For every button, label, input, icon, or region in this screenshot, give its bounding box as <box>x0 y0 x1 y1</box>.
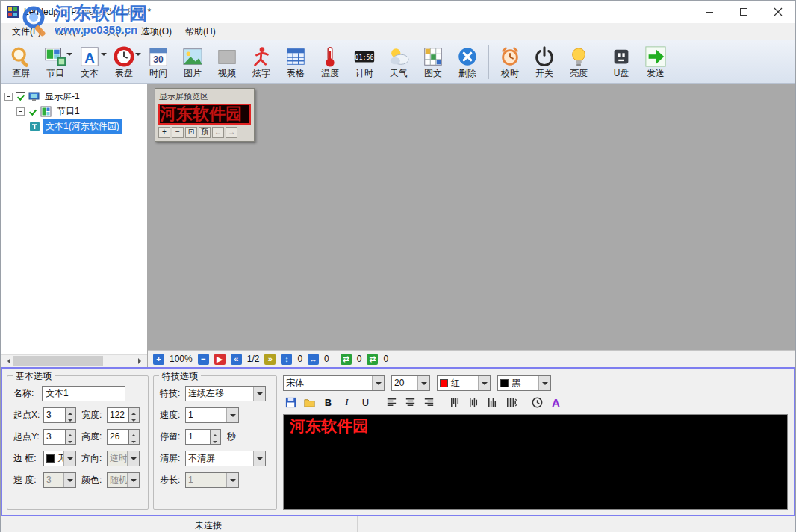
text-dropdown-icon[interactable] <box>101 53 107 59</box>
left-shift-icon[interactable]: ⇄ <box>341 354 352 365</box>
font-family-select[interactable]: 宋体 <box>283 375 385 391</box>
spin-down-icon[interactable] <box>129 416 139 423</box>
vertical-offset-icon[interactable]: ↕ <box>281 354 292 365</box>
effect-speed-select[interactable]: 1 <box>185 407 239 423</box>
menu-file[interactable]: 文件(F) <box>5 24 48 40</box>
direction-select[interactable]: 逆时 <box>107 451 140 466</box>
screen-checkbox[interactable] <box>16 92 25 101</box>
spin-up-icon[interactable] <box>66 430 75 437</box>
align-center-button[interactable] <box>402 395 418 410</box>
valign-bottom-button[interactable] <box>485 395 500 410</box>
spin-up-icon[interactable] <box>211 430 220 437</box>
preview-prev-button[interactable]: ← <box>212 127 224 138</box>
maximize-button[interactable] <box>727 1 761 23</box>
valign-stretch-button[interactable] <box>503 395 519 410</box>
open-button[interactable] <box>302 395 317 410</box>
clear-screen-select[interactable]: 不清屏 <box>185 451 266 466</box>
tree-item-label[interactable]: 显示屏-1 <box>43 90 82 104</box>
toolbar-button-check-screen[interactable]: 查屏 <box>4 42 38 82</box>
preview-zoom-out-button[interactable]: − <box>172 127 184 138</box>
toolbar-button-send[interactable]: 发送 <box>638 42 673 82</box>
toolbar-button-brightness[interactable]: 亮度 <box>562 42 596 82</box>
chevron-down-icon[interactable] <box>226 408 238 422</box>
spin-down-icon[interactable] <box>66 437 75 445</box>
text-color-select[interactable]: 红 <box>437 375 491 391</box>
preview-fit-button[interactable]: ⊡ <box>185 127 197 138</box>
preview-next-button[interactable]: → <box>226 127 237 138</box>
menu-edit[interactable]: 编辑(E) <box>48 24 91 40</box>
spin-up-icon[interactable] <box>66 408 75 416</box>
toolbar-button-fancy-text[interactable]: 炫字 <box>244 42 279 82</box>
toolbar-button-picture[interactable]: 图片 <box>175 42 210 82</box>
bold-button[interactable]: B <box>320 395 336 410</box>
save-button[interactable] <box>283 395 299 410</box>
collapse-icon[interactable] <box>4 93 13 101</box>
border-select[interactable]: 无 <box>43 451 76 466</box>
height-stepper[interactable]: 26 <box>107 429 140 445</box>
underline-button[interactable]: U <box>358 395 373 410</box>
menu-help[interactable]: 帮助(H) <box>178 24 223 40</box>
font-color-button[interactable]: A <box>548 395 564 410</box>
dial-dropdown-icon[interactable] <box>135 53 141 59</box>
chevron-down-icon[interactable] <box>226 473 238 487</box>
effect-select[interactable]: 连续左移 <box>185 386 266 401</box>
right-shift-icon[interactable]: ⇄ <box>367 354 378 365</box>
tree-item-text[interactable]: 文本1(河东软件园) <box>1 119 147 134</box>
step-select[interactable]: 1 <box>185 472 239 488</box>
preview-float-window[interactable]: 显示屏预览区 河东软件园 + − ⊡ 预 ← → <box>155 88 255 142</box>
chevron-down-icon[interactable] <box>538 376 550 390</box>
tree-item-program[interactable]: 节目1 <box>1 104 147 119</box>
width-stepper[interactable]: 122 <box>107 407 140 423</box>
tree-horizontal-scrollbar[interactable] <box>1 354 147 367</box>
chevron-down-icon[interactable] <box>127 473 139 487</box>
toolbar-button-time[interactable]: 30 时间 <box>141 42 175 82</box>
toolbar-button-program[interactable]: 节目 <box>38 42 72 82</box>
preview-zoom-in-button[interactable]: + <box>158 127 170 138</box>
chevron-down-icon[interactable] <box>63 451 75 466</box>
font-size-select[interactable]: 20 <box>391 375 430 391</box>
spin-down-icon[interactable] <box>211 437 220 445</box>
menu-options[interactable]: 选项(O) <box>134 24 178 40</box>
tree-item-label[interactable]: 节目1 <box>55 104 82 119</box>
spin-down-icon[interactable] <box>129 437 139 445</box>
scroll-left-icon[interactable] <box>1 355 13 367</box>
background-color-select[interactable]: 黑 <box>497 375 551 391</box>
border-speed-select[interactable]: 3 <box>43 472 76 488</box>
horizontal-offset-icon[interactable]: ↔ <box>308 354 319 365</box>
toolbar-button-temperature[interactable]: 温度 <box>313 42 347 82</box>
chevron-down-icon[interactable] <box>63 473 75 487</box>
toolbar-button-weather[interactable]: 天气 <box>382 42 416 82</box>
close-button[interactable] <box>761 1 795 23</box>
zoom-out-icon[interactable]: − <box>198 354 209 365</box>
prev-page-icon[interactable]: « <box>231 354 242 365</box>
valign-top-button[interactable] <box>447 395 463 410</box>
program-dropdown-icon[interactable] <box>66 53 72 59</box>
chevron-down-icon[interactable] <box>253 387 265 401</box>
align-right-button[interactable] <box>421 395 437 410</box>
preview-preview-button[interactable]: 预 <box>199 127 211 138</box>
clock-insert-button[interactable] <box>529 395 545 410</box>
toolbar-button-usb[interactable]: U盘 <box>604 42 638 82</box>
program-checkbox[interactable] <box>28 107 37 116</box>
toolbar-button-video[interactable]: 视频 <box>210 42 244 82</box>
scrollbar-thumb[interactable] <box>13 356 103 366</box>
toolbar-button-time-sync[interactable]: 校时 <box>493 42 527 82</box>
toolbar-button-graphic-text[interactable]: 图文 <box>416 42 450 82</box>
toolbar-button-dial[interactable]: 表盘 <box>107 42 141 82</box>
start-y-stepper[interactable]: 3 <box>43 429 76 445</box>
chevron-down-icon[interactable] <box>417 376 429 390</box>
italic-button[interactable]: I <box>339 395 355 410</box>
name-input[interactable]: 文本1 <box>42 386 125 401</box>
valign-middle-button[interactable] <box>466 395 482 410</box>
chevron-down-icon[interactable] <box>478 376 490 390</box>
play-icon[interactable]: ▶ <box>214 354 226 365</box>
minimize-button[interactable] <box>692 1 727 23</box>
collapse-icon[interactable] <box>16 107 25 116</box>
start-x-stepper[interactable]: 3 <box>43 407 76 423</box>
toolbar-button-table[interactable]: 表格 <box>279 42 313 82</box>
text-editor[interactable]: 河东软件园 <box>283 414 788 510</box>
spin-up-icon[interactable] <box>129 430 139 437</box>
spin-down-icon[interactable] <box>66 416 75 423</box>
zoom-in-icon[interactable]: + <box>153 354 164 365</box>
border-color-select[interactable]: 随机 <box>107 472 140 488</box>
